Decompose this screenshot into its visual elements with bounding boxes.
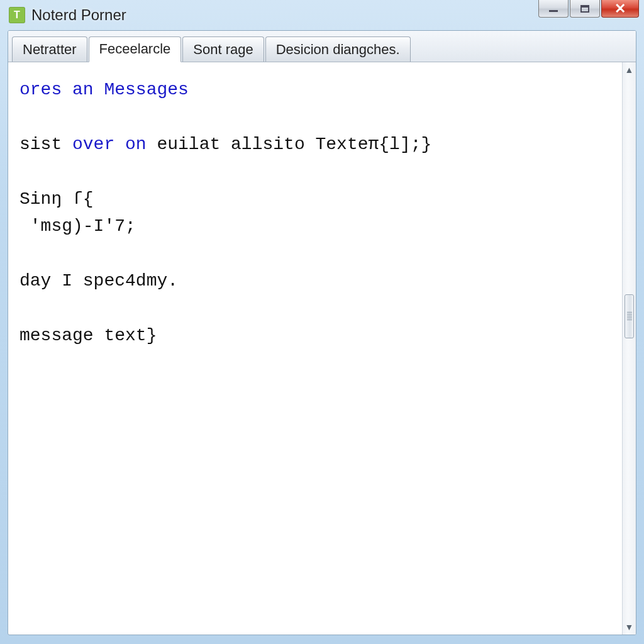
tabstrip: Netratter Feceelarcle Sont rage Desicion… (8, 31, 636, 62)
code-text: sist (19, 135, 72, 154)
code-text: Sinŋ ſ{ (19, 189, 94, 209)
code-text: day I spec4dmy. (19, 271, 178, 291)
scroll-down-icon[interactable]: ▼ (623, 619, 636, 635)
tab-desicion[interactable]: Desicion diangches. (265, 36, 411, 62)
scroll-up-icon[interactable]: ▲ (623, 62, 636, 77)
keyword: over on (72, 135, 147, 154)
maximize-icon (580, 5, 589, 13)
keyword: ores (19, 80, 62, 99)
code-text: message text} (19, 326, 157, 345)
client-area: Netratter Feceelarcle Sont rage Desicion… (8, 30, 636, 635)
titlebar: T Noterd Porner ✕ (3, 3, 641, 28)
window-title: Noterd Porner (31, 6, 126, 24)
keyword: an (72, 80, 94, 99)
text-editor[interactable]: ores an Messages sist over on euilat all… (8, 62, 622, 635)
scrollbar-track[interactable] (623, 77, 636, 619)
minimize-icon (549, 10, 558, 12)
code-text: euilat allsito Texteπ{l];} (147, 135, 432, 154)
window-controls: ✕ (538, 0, 639, 18)
close-icon: ✕ (614, 1, 626, 17)
keyword: Messages (104, 80, 188, 99)
tab-netratter[interactable]: Netratter (12, 36, 87, 62)
minimize-button[interactable] (538, 0, 569, 18)
tab-feceelarcle[interactable]: Feceelarcle (89, 36, 182, 62)
code-text: 'msg)-I'7; (19, 216, 136, 236)
tab-sont-rage[interactable]: Sont rage (182, 36, 264, 62)
maximize-button[interactable] (570, 0, 600, 18)
content-pane: ores an Messages sist over on euilat all… (8, 62, 636, 635)
vertical-scrollbar[interactable]: ▲ ▼ (622, 62, 636, 635)
close-button[interactable]: ✕ (601, 0, 639, 18)
scrollbar-thumb[interactable] (625, 294, 634, 338)
app-icon: T (9, 7, 25, 23)
